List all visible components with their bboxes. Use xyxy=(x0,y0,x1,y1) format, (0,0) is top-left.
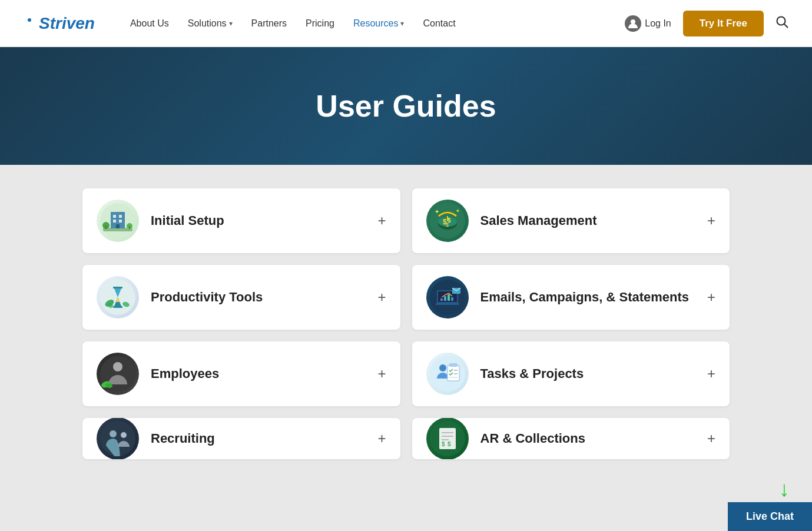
guide-icon-ar: $ $ xyxy=(426,418,469,459)
svg-point-30 xyxy=(108,303,113,308)
live-chat-button[interactable]: Live Chat xyxy=(728,502,812,531)
svg-point-52 xyxy=(110,430,117,437)
svg-rect-35 xyxy=(444,296,446,301)
main-content: Initial Setup + $ $ $ ✦ xyxy=(0,165,812,531)
guide-label-productivity: Productivity Tools xyxy=(151,290,366,305)
guide-card-employees[interactable]: Employees + xyxy=(82,341,400,406)
guide-icon-initial-setup xyxy=(97,200,139,242)
svg-rect-7 xyxy=(113,215,116,218)
nav-right: Log In Try It Free xyxy=(625,11,788,36)
guide-card-ar[interactable]: $ $ AR & Collections + xyxy=(412,418,730,459)
expand-icon-recruiting: + xyxy=(377,430,386,447)
svg-rect-26 xyxy=(113,287,122,288)
try-free-button[interactable]: Try It Free xyxy=(683,11,764,36)
svg-rect-9 xyxy=(113,220,116,223)
guides-grid: Initial Setup + $ $ $ ✦ xyxy=(82,188,730,459)
svg-text:$: $ xyxy=(442,441,445,447)
expand-icon-employees: + xyxy=(377,366,386,382)
guide-label-ar: AR & Collections xyxy=(480,431,695,446)
scroll-down-arrow: ↓ xyxy=(779,479,790,500)
guide-label-emails: Emails, Campaigns, & Statements xyxy=(480,290,695,305)
nav-contact[interactable]: Contact xyxy=(423,18,455,29)
guide-card-initial-setup[interactable]: Initial Setup + xyxy=(82,188,400,253)
hero-banner: User Guides xyxy=(0,47,812,165)
nav-solutions[interactable]: Solutions ▾ xyxy=(188,18,233,29)
guide-card-emails[interactable]: Emails, Campaigns, & Statements + xyxy=(412,265,730,330)
guide-icon-recruiting xyxy=(97,418,139,459)
svg-rect-27 xyxy=(113,306,122,308)
svg-point-1 xyxy=(631,19,635,24)
nav-links: About Us Solutions ▾ Partners Pricing Re… xyxy=(130,18,625,29)
guide-icon-emails xyxy=(426,276,469,318)
guide-card-sales[interactable]: $ $ $ ✦ ✦ Sales Management + xyxy=(412,188,730,253)
page-title: User Guides xyxy=(316,88,496,124)
expand-icon-sales: + xyxy=(707,213,715,229)
nav-pricing[interactable]: Pricing xyxy=(306,18,334,29)
navbar: Striven About Us Solutions ▾ Partners Pr… xyxy=(0,0,812,47)
guide-card-recruiting[interactable]: Recruiting + xyxy=(82,418,400,459)
svg-point-41 xyxy=(113,362,122,371)
svg-point-45 xyxy=(439,364,446,371)
login-button[interactable]: Log In xyxy=(625,15,671,32)
guide-label-initial-setup: Initial Setup xyxy=(151,213,366,228)
guide-label-tasks: Tasks & Projects xyxy=(480,366,695,381)
svg-rect-10 xyxy=(119,220,122,223)
guide-icon-employees xyxy=(97,353,139,395)
svg-text:$: $ xyxy=(448,441,451,447)
expand-icon-initial-setup: + xyxy=(377,213,386,229)
guide-icon-tasks xyxy=(426,353,469,395)
svg-rect-34 xyxy=(440,298,443,301)
search-icon[interactable] xyxy=(775,15,788,32)
svg-text:✦: ✦ xyxy=(435,208,439,215)
logo[interactable]: Striven xyxy=(24,14,95,33)
guide-icon-sales: $ $ $ ✦ ✦ xyxy=(426,200,469,242)
nav-resources[interactable]: Resources ▾ xyxy=(353,18,404,29)
expand-icon-emails: + xyxy=(707,289,715,306)
guide-card-productivity[interactable]: Productivity Tools + xyxy=(82,265,400,330)
svg-point-53 xyxy=(121,432,127,438)
chevron-down-icon: ▾ xyxy=(400,19,404,28)
guide-card-tasks[interactable]: Tasks & Projects + xyxy=(412,341,730,406)
live-chat-container: ↓ Live Chat xyxy=(728,479,812,531)
svg-text:$: $ xyxy=(446,222,449,228)
chevron-down-icon: ▾ xyxy=(229,19,233,28)
svg-point-2 xyxy=(777,16,786,25)
guide-label-recruiting: Recruiting xyxy=(151,431,366,446)
svg-rect-11 xyxy=(116,224,120,228)
svg-rect-38 xyxy=(436,303,459,305)
svg-rect-47 xyxy=(449,363,458,367)
svg-rect-46 xyxy=(448,366,459,381)
expand-icon-tasks: + xyxy=(707,366,715,382)
svg-point-0 xyxy=(28,18,31,22)
svg-rect-37 xyxy=(451,297,453,301)
guide-label-employees: Employees xyxy=(151,366,366,381)
guide-label-sales: Sales Management xyxy=(480,213,695,228)
svg-rect-8 xyxy=(119,215,122,218)
svg-rect-13 xyxy=(105,225,107,229)
user-icon xyxy=(625,15,641,32)
nav-about[interactable]: About Us xyxy=(130,18,169,29)
svg-rect-36 xyxy=(448,294,450,301)
expand-icon-productivity: + xyxy=(377,289,386,306)
svg-rect-15 xyxy=(129,226,130,229)
nav-partners[interactable]: Partners xyxy=(251,18,287,29)
svg-text:✦: ✦ xyxy=(456,208,460,214)
guide-icon-productivity xyxy=(97,276,139,318)
expand-icon-ar: + xyxy=(707,430,715,447)
svg-line-3 xyxy=(784,24,788,28)
